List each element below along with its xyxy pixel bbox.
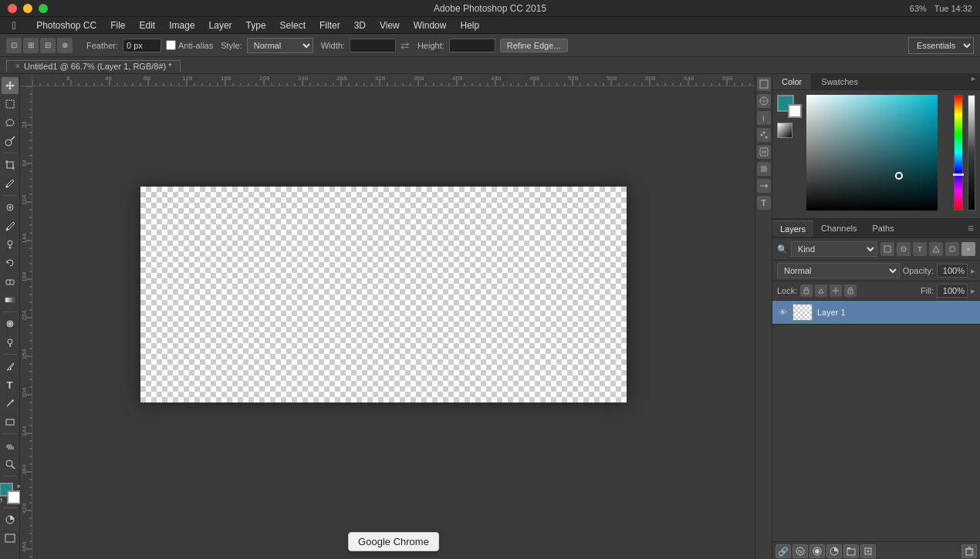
layers-tab[interactable]: Layers bbox=[772, 221, 813, 237]
hand-tool[interactable] bbox=[2, 437, 19, 454]
props-icon[interactable] bbox=[757, 128, 771, 142]
menu-3d[interactable]: 3D bbox=[348, 19, 372, 32]
menu-view[interactable]: View bbox=[373, 19, 406, 32]
blur-tool[interactable] bbox=[2, 315, 19, 332]
fill-input[interactable] bbox=[937, 284, 968, 298]
lasso-tool[interactable] bbox=[2, 114, 19, 131]
document-tab[interactable]: ✕ Untitled1 @ 66.7% (Layer 1, RGB/8#) * bbox=[6, 60, 181, 72]
move-tool[interactable] bbox=[2, 77, 19, 94]
lock-image-pixels[interactable] bbox=[815, 285, 827, 297]
color-tab[interactable]: Color bbox=[772, 74, 812, 89]
brightness-slider[interactable] bbox=[968, 95, 975, 210]
crop-tool[interactable] bbox=[2, 157, 19, 173]
hue-slider[interactable] bbox=[954, 95, 963, 210]
refine-edge-button[interactable]: Refine Edge... bbox=[500, 39, 568, 52]
color-swatches[interactable]: ⇄ ↺ bbox=[0, 483, 22, 504]
minimize-button[interactable] bbox=[23, 4, 32, 13]
canvas-document[interactable] bbox=[140, 187, 627, 402]
height-input[interactable] bbox=[449, 39, 495, 52]
path-selection-tool[interactable] bbox=[2, 395, 19, 412]
menu-file[interactable]: File bbox=[104, 19, 131, 32]
new-layer-button[interactable] bbox=[860, 544, 876, 558]
new-adjustment-button[interactable] bbox=[826, 544, 842, 558]
background-color[interactable] bbox=[7, 490, 21, 504]
style-select[interactable]: Normal Fixed Ratio Fixed Size bbox=[247, 38, 313, 53]
canvas-scroll-area[interactable]: Google Chrome bbox=[32, 86, 755, 559]
magic-wand-tool[interactable] bbox=[2, 133, 19, 150]
add-style-button[interactable]: fx bbox=[792, 544, 808, 558]
tool-icon-2[interactable]: ⊞ bbox=[23, 38, 39, 53]
paths-tab[interactable]: Paths bbox=[865, 221, 902, 236]
menu-photoshop[interactable]: Photoshop CC bbox=[30, 19, 103, 32]
pen-tool[interactable] bbox=[2, 358, 19, 375]
opacity-input[interactable] bbox=[937, 264, 968, 278]
lock-transparent-pixels[interactable] bbox=[800, 285, 813, 297]
quick-mask-toggle[interactable] bbox=[2, 511, 19, 528]
menu-window[interactable]: Window bbox=[407, 19, 453, 32]
artboard-icon[interactable] bbox=[757, 77, 771, 91]
filter-shape[interactable] bbox=[929, 242, 943, 256]
info-icon[interactable]: i bbox=[757, 111, 771, 125]
menu-help[interactable]: Help bbox=[454, 19, 485, 32]
background-swatch[interactable] bbox=[788, 104, 802, 118]
menu-select[interactable]: Select bbox=[274, 19, 312, 32]
menu-type[interactable]: Type bbox=[240, 19, 272, 32]
menu-edit[interactable]: Edit bbox=[133, 19, 162, 32]
tool-icon-3[interactable]: ⊟ bbox=[40, 38, 56, 53]
apple-menu[interactable]:  bbox=[6, 18, 22, 33]
add-mask-button[interactable] bbox=[809, 544, 825, 558]
lock-all[interactable] bbox=[844, 285, 857, 297]
filter-type[interactable]: T bbox=[913, 242, 927, 256]
navigator-icon[interactable] bbox=[757, 94, 771, 108]
menu-layer[interactable]: Layer bbox=[203, 19, 238, 32]
layer-visibility-toggle[interactable]: 👁 bbox=[777, 307, 788, 318]
menu-image[interactable]: Image bbox=[163, 19, 201, 32]
layers-kind-filter[interactable]: Kind Name Effect Mode Attribute Color bbox=[791, 241, 877, 257]
blend-mode-select[interactable]: Normal Dissolve Multiply Screen Overlay bbox=[777, 263, 900, 278]
heal-brush-tool[interactable] bbox=[2, 199, 19, 216]
screen-mode-toggle[interactable] bbox=[2, 530, 19, 547]
filter-smart[interactable] bbox=[945, 242, 959, 256]
filter-toggle[interactable]: ● bbox=[961, 242, 975, 256]
adjustments-icon[interactable] bbox=[757, 145, 771, 159]
layers-panel-menu[interactable]: ≡ bbox=[961, 219, 980, 237]
delete-layer-button[interactable] bbox=[961, 544, 977, 558]
fill-arrow[interactable]: ▸ bbox=[971, 286, 975, 296]
channels-tab[interactable]: Channels bbox=[813, 221, 864, 236]
close-button[interactable] bbox=[8, 4, 17, 13]
reset-colors-icon[interactable]: ↺ bbox=[0, 497, 3, 504]
brush-tool[interactable] bbox=[2, 217, 19, 234]
text-tool[interactable]: T bbox=[2, 376, 19, 393]
filter-adjustment[interactable] bbox=[897, 242, 911, 256]
tool-icon-1[interactable]: ⊡ bbox=[6, 38, 22, 53]
opacity-arrow[interactable]: ▸ bbox=[971, 266, 975, 276]
eraser-tool[interactable] bbox=[2, 273, 19, 290]
dodge-tool[interactable] bbox=[2, 334, 19, 351]
history-brush-tool[interactable] bbox=[2, 254, 19, 271]
menu-filter[interactable]: Filter bbox=[313, 19, 346, 32]
tool-icon-4[interactable]: ⊕ bbox=[57, 38, 73, 53]
filter-pixel[interactable] bbox=[880, 242, 894, 256]
gradient-icon[interactable] bbox=[777, 123, 792, 138]
color-saturation-brightness[interactable] bbox=[806, 95, 949, 210]
new-group-button[interactable] bbox=[843, 544, 859, 558]
workspace-select[interactable]: Essentials bbox=[908, 37, 974, 54]
link-layers-button[interactable]: 🔗 bbox=[776, 544, 791, 558]
layer-row[interactable]: 👁 Layer 1 bbox=[772, 301, 980, 325]
swatches-tab[interactable]: Swatches bbox=[812, 74, 868, 89]
anti-alias-checkbox[interactable] bbox=[166, 40, 176, 50]
gradient-tool[interactable] bbox=[2, 291, 19, 308]
lock-position[interactable] bbox=[830, 285, 842, 297]
eyedropper-tool[interactable] bbox=[2, 175, 19, 192]
width-input[interactable] bbox=[350, 39, 396, 52]
tab-close-btn[interactable]: ✕ bbox=[15, 62, 21, 70]
layers-list[interactable]: 👁 Layer 1 bbox=[772, 301, 980, 541]
foreground-bg-swatches[interactable] bbox=[777, 95, 802, 118]
zoom-tool[interactable] bbox=[2, 456, 19, 473]
marquee-tool[interactable] bbox=[2, 96, 19, 113]
styles-icon[interactable] bbox=[757, 162, 771, 176]
feather-input[interactable] bbox=[123, 39, 161, 52]
maximize-button[interactable] bbox=[39, 4, 48, 13]
clone-stamp-tool[interactable] bbox=[2, 236, 19, 253]
text-icon-panel[interactable]: T bbox=[757, 196, 771, 210]
